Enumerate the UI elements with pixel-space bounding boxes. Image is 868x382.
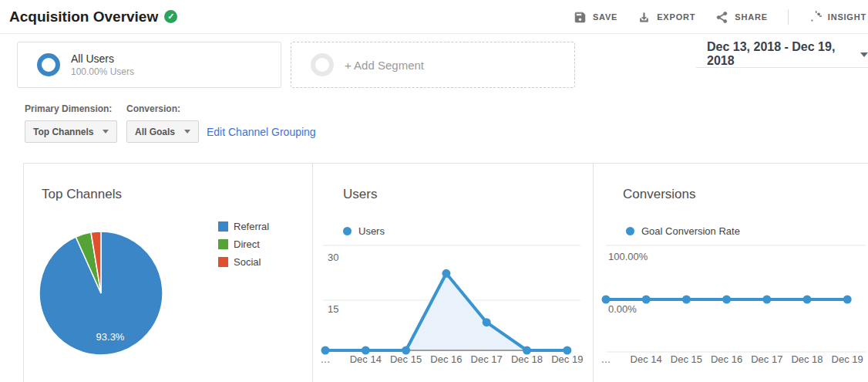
date-range-text: Dec 13, 2018 - Dec 19, 2018 xyxy=(707,40,854,68)
x-axis-tick: Dec 18 xyxy=(791,353,823,365)
data-point xyxy=(682,296,691,304)
export-label: EXPORT xyxy=(657,12,695,22)
panel-conversions: Conversions Goal Conversion Rate 100.00%… xyxy=(593,164,868,382)
data-point xyxy=(722,296,731,304)
legend-swatch xyxy=(218,221,228,232)
x-axis-tick: … xyxy=(321,353,331,365)
chevron-down-icon xyxy=(103,130,109,134)
segment-subtitle: 100.00% Users xyxy=(71,66,134,77)
save-icon xyxy=(574,11,587,24)
legend-item-direct: Direct xyxy=(218,238,269,250)
insight-label: INSIGHT xyxy=(828,12,866,22)
segment-ring-icon xyxy=(37,53,60,76)
conversion-label: Conversion: xyxy=(126,103,180,114)
primary-dimension-value: Top Channels xyxy=(33,127,93,137)
insight-icon xyxy=(809,11,822,24)
x-axis-tick: Dec 17 xyxy=(471,353,503,365)
x-axis-tick: Dec 14 xyxy=(631,353,662,365)
x-axis-tick: Dec 19 xyxy=(832,353,863,365)
export-icon xyxy=(638,11,651,24)
panel-top-channels: Top Channels 93.3% Referral Direct Socia… xyxy=(24,164,312,382)
data-point xyxy=(762,296,771,304)
legend-item-referral: Referral xyxy=(218,221,269,232)
x-axis-tick: Dec 16 xyxy=(711,353,742,365)
y-axis-tick: 0.00% xyxy=(608,303,637,315)
users-legend: Users xyxy=(343,225,385,237)
pie-chart: 93.3% xyxy=(38,230,164,357)
app-header: Acquisition Overview ✓ SAVE EXPORT SHARE… xyxy=(0,0,868,34)
insight-button[interactable]: INSIGHT xyxy=(809,11,866,24)
pie-data-label: 93.3% xyxy=(96,331,125,343)
save-button[interactable]: SAVE xyxy=(574,11,617,24)
report-panels: Top Channels 93.3% Referral Direct Socia… xyxy=(23,163,868,382)
panel-users: Users Users 3015…Dec 14Dec 15Dec 16Dec 1… xyxy=(312,164,593,382)
primary-dimension-label: Primary Dimension: xyxy=(25,103,112,114)
header-actions: SAVE EXPORT SHARE INSIGHT xyxy=(574,0,868,34)
conversion-value: All Goals xyxy=(135,127,175,137)
legend-swatch xyxy=(218,257,228,267)
conversions-legend: Goal Conversion Rate xyxy=(626,225,740,237)
x-axis-tick: … xyxy=(601,353,611,365)
share-icon xyxy=(715,11,728,24)
x-axis-tick: Dec 15 xyxy=(671,353,702,365)
legend-item-social: Social xyxy=(218,256,269,268)
data-point xyxy=(483,318,491,326)
actions-divider xyxy=(788,9,789,25)
x-axis-tick: Dec 16 xyxy=(430,353,462,365)
add-segment-button[interactable]: + Add Segment xyxy=(291,42,575,88)
legend-label: Referral xyxy=(234,221,269,232)
chevron-down-icon xyxy=(184,130,190,134)
add-segment-ring-icon xyxy=(311,53,334,76)
save-label: SAVE xyxy=(593,12,617,22)
segment-title: All Users xyxy=(71,52,134,65)
primary-dimension-dropdown[interactable]: Top Channels xyxy=(25,120,117,143)
add-segment-label: + Add Segment xyxy=(345,59,424,72)
share-label: SHARE xyxy=(735,12,768,22)
legend-dot xyxy=(626,227,634,235)
export-button[interactable]: EXPORT xyxy=(638,11,695,24)
x-axis-tick: Dec 19 xyxy=(551,353,583,365)
data-point xyxy=(642,296,651,304)
panel-title: Top Channels xyxy=(42,187,122,202)
chevron-down-icon xyxy=(860,52,868,57)
y-axis-tick: 15 xyxy=(328,303,338,315)
conversion-dropdown[interactable]: All Goals xyxy=(126,120,199,143)
pie-legend: Referral Direct Social xyxy=(218,221,269,268)
data-point xyxy=(843,296,852,304)
segment-card-all-users[interactable]: All Users 100.00% Users xyxy=(17,42,281,88)
panel-title: Users xyxy=(343,187,377,202)
users-line-chart: 3015…Dec 14Dec 15Dec 16Dec 17Dec 18Dec 1… xyxy=(312,240,593,376)
legend-swatch xyxy=(218,239,228,249)
legend-label: Direct xyxy=(234,238,260,250)
legend-dot xyxy=(343,227,352,235)
conversions-line-chart: 100.00%0.00%…Dec 14Dec 15Dec 16Dec 17Dec… xyxy=(593,240,868,376)
legend-label: Social xyxy=(234,256,261,268)
legend-label: Goal Conversion Rate xyxy=(641,225,740,237)
verified-badge-icon: ✓ xyxy=(164,10,177,23)
data-point xyxy=(602,296,611,304)
x-axis-tick: Dec 15 xyxy=(390,353,422,365)
data-point xyxy=(442,269,450,278)
x-axis-tick: Dec 14 xyxy=(350,353,382,365)
y-axis-tick: 30 xyxy=(328,252,338,263)
date-range-selector[interactable]: Dec 13, 2018 - Dec 19, 2018 xyxy=(696,40,868,68)
x-axis-tick: Dec 18 xyxy=(511,353,543,365)
y-axis-tick: 100.00% xyxy=(608,251,648,262)
legend-label: Users xyxy=(358,225,385,237)
page-title: Acquisition Overview xyxy=(9,8,158,25)
share-button[interactable]: SHARE xyxy=(715,11,768,24)
x-axis-tick: Dec 17 xyxy=(751,353,782,365)
data-point xyxy=(803,296,812,304)
panel-title: Conversions xyxy=(623,187,696,202)
edit-channel-grouping-link[interactable]: Edit Channel Grouping xyxy=(207,126,316,138)
